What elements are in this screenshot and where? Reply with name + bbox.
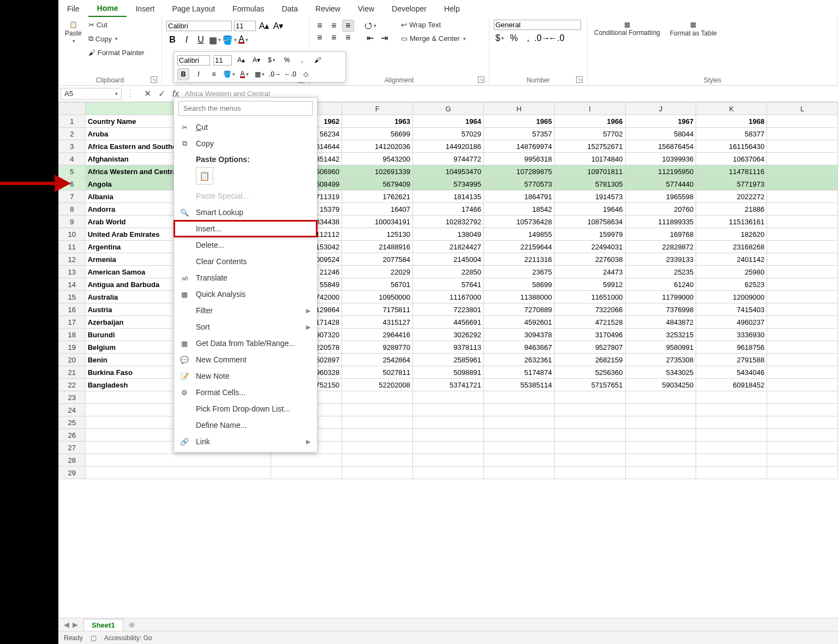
cell[interactable]: 3170496 <box>554 329 625 341</box>
cell[interactable]: 5679409 <box>342 178 413 190</box>
row-header[interactable]: 23 <box>59 391 86 404</box>
cell[interactable] <box>767 253 838 266</box>
mini-format-painter-icon[interactable]: 🖌 <box>312 54 324 66</box>
cm-quick-analysis[interactable]: ▦Quick Analysis <box>174 286 317 302</box>
cell[interactable]: 104953470 <box>413 165 484 178</box>
cell[interactable]: 9956318 <box>483 153 554 165</box>
cm-sort[interactable]: Sort▶ <box>174 319 317 335</box>
cell[interactable]: 19646 <box>554 203 625 216</box>
cell[interactable]: 23675 <box>483 266 554 278</box>
cell[interactable] <box>696 467 767 479</box>
cell[interactable] <box>767 379 838 391</box>
row-header[interactable]: 1 <box>59 115 86 128</box>
cell[interactable] <box>413 416 484 429</box>
cell[interactable]: 5774440 <box>625 178 696 190</box>
clipboard-launcher[interactable]: ↘ <box>151 76 157 83</box>
cell[interactable]: 9543200 <box>342 153 413 165</box>
cell[interactable]: 2585961 <box>413 354 484 366</box>
macro-record-icon[interactable]: ▢ <box>91 634 97 642</box>
cell[interactable]: 4315127 <box>342 316 413 329</box>
cell[interactable] <box>767 341 838 354</box>
cell[interactable] <box>413 391 484 404</box>
mini-italic-icon[interactable]: I <box>193 68 205 80</box>
cell[interactable]: 105736428 <box>483 216 554 228</box>
cm-insert[interactable]: Insert... <box>174 220 317 237</box>
cell[interactable]: 108758634 <box>554 216 625 228</box>
cell[interactable] <box>342 442 413 454</box>
cm-translate[interactable]: 🗚Translate <box>174 270 317 286</box>
cell[interactable] <box>767 366 838 379</box>
sheet-tab[interactable]: Sheet1 <box>83 619 123 631</box>
cell[interactable]: 111899335 <box>625 216 696 228</box>
cell[interactable]: 20760 <box>625 203 696 216</box>
cell[interactable] <box>696 391 767 404</box>
new-sheet-icon[interactable]: ⊕ <box>123 621 140 629</box>
cell[interactable] <box>413 442 484 454</box>
cell[interactable]: 3336930 <box>696 329 767 341</box>
bold-button[interactable]: B <box>166 34 178 46</box>
cell[interactable] <box>413 454 484 467</box>
cell[interactable] <box>342 429 413 442</box>
cell[interactable]: 109701811 <box>554 165 625 178</box>
cell[interactable] <box>767 416 838 429</box>
cell[interactable]: 22159644 <box>483 241 554 253</box>
row-header[interactable]: 24 <box>59 404 86 416</box>
cell[interactable]: 5343025 <box>625 366 696 379</box>
cell[interactable]: 107289875 <box>483 165 554 178</box>
cell[interactable] <box>554 442 625 454</box>
mini-comma-icon[interactable]: , <box>296 54 308 66</box>
col-F[interactable]: F <box>342 103 413 115</box>
cell[interactable] <box>767 291 838 303</box>
font-color-button[interactable]: A▾ <box>237 34 249 46</box>
cell[interactable]: 57641 <box>413 278 484 291</box>
cell[interactable]: 4960237 <box>696 316 767 329</box>
cell[interactable]: 1965598 <box>625 190 696 203</box>
cell[interactable]: 161156430 <box>696 140 767 153</box>
cell[interactable] <box>767 115 838 128</box>
cm-clear-contents[interactable]: Clear Contents <box>174 253 317 270</box>
cell[interactable] <box>625 454 696 467</box>
cell[interactable]: 1814135 <box>413 190 484 203</box>
cm-get-data[interactable]: ▦Get Data from Table/Range... <box>174 335 317 351</box>
cell[interactable]: 1762621 <box>342 190 413 203</box>
cell[interactable]: 114781116 <box>696 165 767 178</box>
mini-increase-font-icon[interactable]: A▴ <box>235 54 247 66</box>
cell[interactable]: 9618756 <box>696 341 767 354</box>
cell[interactable]: 5098891 <box>413 366 484 379</box>
row-header[interactable]: 15 <box>59 291 86 303</box>
cell[interactable]: 1965 <box>483 115 554 128</box>
cell[interactable]: 159979 <box>554 228 625 241</box>
cell[interactable] <box>342 467 413 479</box>
cell[interactable] <box>767 303 838 316</box>
mini-fill-icon[interactable]: 🪣▾ <box>223 68 235 80</box>
align-left-icon[interactable]: ≡ <box>314 32 326 44</box>
paste-button[interactable]: 📋 Paste ▾ <box>63 20 84 75</box>
row-header[interactable]: 21 <box>59 366 86 379</box>
cell[interactable] <box>625 467 696 479</box>
cell[interactable]: 11651000 <box>554 291 625 303</box>
orientation-icon[interactable]: ⭯▾ <box>364 20 376 32</box>
cell[interactable] <box>483 429 554 442</box>
number-launcher[interactable]: ↘ <box>576 76 583 83</box>
cell[interactable] <box>767 153 838 165</box>
cell[interactable]: 9744772 <box>413 153 484 165</box>
cell[interactable]: 9289770 <box>342 341 413 354</box>
cell[interactable]: 16407 <box>342 203 413 216</box>
accessibility-status[interactable]: Accessibility: Go <box>104 634 152 642</box>
cell[interactable] <box>767 228 838 241</box>
align-top-icon[interactable]: ≡ <box>314 20 326 32</box>
tab-page-layout[interactable]: Page Layout <box>163 1 224 16</box>
cell[interactable] <box>625 429 696 442</box>
cell[interactable]: 100034191 <box>342 216 413 228</box>
col-G[interactable]: G <box>413 103 484 115</box>
sheet-prev-icon[interactable]: ◀ <box>64 621 69 629</box>
cell[interactable] <box>483 454 554 467</box>
cell[interactable] <box>483 467 554 479</box>
cell[interactable]: 9580991 <box>625 341 696 354</box>
cell[interactable]: 57029 <box>413 128 484 140</box>
cell[interactable]: 169768 <box>625 228 696 241</box>
cell[interactable]: 2276038 <box>554 253 625 266</box>
decrease-decimal-icon[interactable]: ←.0 <box>550 32 562 44</box>
col-J[interactable]: J <box>625 103 696 115</box>
cell[interactable]: 2682159 <box>554 354 625 366</box>
